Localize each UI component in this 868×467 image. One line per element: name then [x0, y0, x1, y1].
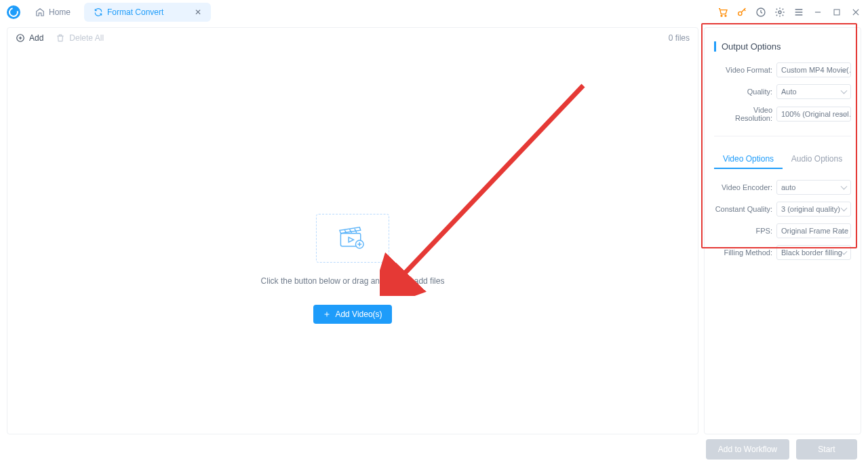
add-videos-label: Add Video(s): [335, 310, 382, 319]
row-encoder: Video Encoder: auto: [714, 180, 851, 195]
output-options-panel: Output Options Video Format: Custom MP4 …: [704, 27, 861, 434]
footer: Add to Workflow Start: [0, 434, 868, 464]
quality-select[interactable]: Auto: [776, 84, 851, 99]
plus-icon: [323, 310, 331, 318]
fps-label: FPS:: [714, 227, 772, 235]
title-bar: Home Format Convert ✕: [0, 0, 868, 24]
add-videos-button[interactable]: Add Video(s): [313, 305, 391, 324]
row-constant-quality: Constant Quality: 3 (original quality): [714, 202, 851, 217]
clapperboard-icon: [338, 226, 368, 250]
cart-icon[interactable]: [717, 7, 728, 18]
main-toolbar: Add Delete All 0 files: [7, 28, 698, 48]
encoder-select[interactable]: auto: [776, 180, 851, 195]
quality-label: Quality:: [714, 88, 772, 96]
svg-point-1: [725, 15, 726, 16]
row-video-format: Video Format: Custom MP4 Movie(…: [714, 62, 851, 77]
maximize-icon[interactable]: [831, 7, 842, 18]
file-counter: 0 files: [669, 33, 690, 43]
output-options-title: Output Options: [714, 41, 851, 52]
cq-select[interactable]: 3 (original quality): [776, 202, 851, 217]
main-panel: Add Delete All 0 files Click the button …: [7, 27, 698, 434]
dropzone[interactable]: [316, 214, 389, 263]
fill-select[interactable]: Black border filling: [776, 245, 851, 260]
option-subtabs: Video Options Audio Options: [714, 150, 851, 169]
svg-point-4: [778, 11, 781, 14]
tab-home[interactable]: Home: [26, 3, 80, 22]
svg-rect-5: [834, 10, 840, 15]
start-button[interactable]: Start: [796, 439, 857, 460]
plus-circle-icon: [16, 33, 25, 43]
tab-format-convert[interactable]: Format Convert ✕: [84, 3, 211, 22]
video-format-select[interactable]: Custom MP4 Movie(…: [776, 62, 851, 77]
history-icon[interactable]: [755, 7, 766, 18]
svg-point-0: [721, 15, 722, 16]
cq-label: Constant Quality:: [714, 205, 772, 213]
resolution-label: Video Resolution:: [714, 106, 772, 122]
gear-icon[interactable]: [774, 7, 785, 18]
encoder-label: Video Encoder:: [714, 183, 772, 191]
delete-all-label: Delete All: [69, 33, 104, 43]
tab-audio-options[interactable]: Audio Options: [783, 150, 851, 169]
empty-hint: Click the button below or drag and drop …: [261, 276, 445, 286]
svg-point-2: [738, 12, 742, 15]
row-resolution: Video Resolution: 100% (Original resol…: [714, 106, 851, 122]
minimize-icon[interactable]: [812, 7, 823, 18]
divider: [714, 136, 851, 136]
tab-home-label: Home: [49, 7, 71, 17]
add-to-workflow-button[interactable]: Add to Workflow: [706, 439, 789, 460]
tab-active-label: Format Convert: [107, 7, 163, 17]
row-fps: FPS: Original Frame Rate: [714, 223, 851, 238]
add-label: Add: [29, 33, 43, 43]
resolution-select[interactable]: 100% (Original resol…: [776, 107, 851, 122]
delete-all-button[interactable]: Delete All: [56, 33, 104, 43]
row-filling: Filling Method: Black border filling: [714, 245, 851, 260]
menu-icon[interactable]: [793, 7, 804, 18]
window-close-icon[interactable]: [850, 7, 861, 18]
refresh-icon: [94, 7, 103, 17]
home-icon: [35, 7, 45, 17]
app-logo-icon: [7, 5, 20, 19]
fill-label: Filling Method:: [714, 248, 772, 257]
empty-state: Click the button below or drag and drop …: [7, 48, 698, 434]
add-button[interactable]: Add: [16, 33, 43, 43]
row-quality: Quality: Auto: [714, 84, 851, 99]
trash-icon: [56, 33, 65, 43]
key-icon[interactable]: [736, 7, 747, 18]
video-format-label: Video Format:: [714, 66, 772, 74]
fps-select[interactable]: Original Frame Rate: [776, 223, 851, 238]
close-icon[interactable]: ✕: [195, 7, 201, 17]
tab-video-options[interactable]: Video Options: [714, 150, 783, 169]
window-controls: [717, 7, 861, 18]
